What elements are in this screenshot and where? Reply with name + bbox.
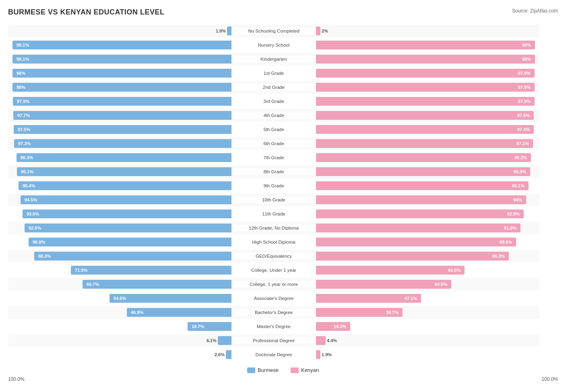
footer-right: 100.0% — [541, 376, 558, 382]
table-row: 19.7%15.3%Master's Degree — [8, 320, 539, 333]
bar-label: 11th Grade — [233, 211, 314, 217]
bar-label: 4th Grade — [233, 112, 314, 119]
chart-source: Source: ZipAtlas.com — [512, 8, 558, 14]
burmese-bar: 97.5% — [14, 125, 231, 134]
burmese-bar: 97.9% — [13, 97, 231, 106]
kenyan-bar: 4.4% — [316, 336, 326, 345]
table-row: 2.6%1.9%Doctorate Degree — [8, 348, 539, 361]
burmese-bar: 98% — [12, 69, 231, 78]
bar-label: 2nd Grade — [233, 84, 314, 90]
kenyan-value: 89.6% — [500, 240, 514, 244]
table-row: 66.7%60.5%College, 1 year or more — [8, 278, 539, 291]
table-row: 98.1%98%Kindergarten — [8, 53, 539, 66]
kenyan-bar: 1.9% — [316, 350, 320, 359]
bar-label: 8th Grade — [233, 168, 314, 175]
kenyan-value: 66.5% — [448, 268, 463, 273]
kenyan-value-outside: 4.4% — [327, 338, 337, 343]
bar-label: College, Under 1 year — [233, 267, 314, 273]
burmese-bar: 2.6% — [226, 350, 231, 359]
table-row: 71.9%66.5%College, Under 1 year — [8, 264, 539, 277]
bar-label: 7th Grade — [233, 154, 314, 161]
kenyan-value: 60.5% — [435, 282, 449, 287]
table-row: 96.3%96.2%7th Grade — [8, 151, 539, 164]
kenyan-bar: 97.4% — [316, 125, 534, 134]
table-row: 98%97.9%2nd Grade — [8, 81, 539, 94]
burmese-value: 54.6% — [112, 296, 126, 301]
kenyan-value: 94% — [513, 197, 524, 202]
bar-label: 1st Grade — [233, 70, 314, 76]
bar-label: 6th Grade — [233, 140, 314, 147]
burmese-bar: 19.7% — [188, 322, 231, 331]
burmese-bar: 94.5% — [21, 195, 231, 204]
kenyan-value: 97.1% — [516, 141, 531, 146]
burmese-value: 98.1% — [14, 57, 29, 62]
burmese-bar: 96.1% — [17, 167, 231, 176]
table-row: 6.1%4.4%Professional Degree — [8, 334, 539, 347]
table-row: 93.6%92.9%11th Grade — [8, 207, 539, 220]
kenyan-value: 92.9% — [507, 211, 522, 216]
table-row: 46.9%38.7%Bachelor's Degree — [8, 306, 539, 319]
kenyan-bar: 96.2% — [316, 153, 531, 162]
kenyan-bar: 60.5% — [316, 280, 451, 289]
burmese-bar: 98.1% — [12, 55, 231, 64]
burmese-bar: 46.9% — [127, 308, 231, 317]
burmese-value: 98.1% — [14, 43, 29, 47]
kenyan-value: 95.1% — [512, 183, 527, 188]
burmese-value: 97.5% — [16, 127, 30, 132]
kenyan-value: 97.9% — [518, 71, 533, 76]
burmese-bar: 93.6% — [23, 209, 231, 218]
burmese-value: 88.3% — [36, 254, 51, 259]
kenyan-bar: 98% — [316, 41, 535, 49]
burmese-value: 19.7% — [190, 324, 204, 329]
table-row: 96.1%95.9%8th Grade — [8, 165, 539, 178]
chart-container: BURMESE VS KENYAN EDUCATION LEVEL Source… — [8, 8, 558, 382]
burmese-bar: 97.7% — [13, 111, 231, 120]
bar-label: 10th Grade — [233, 197, 314, 203]
legend-kenyan: Kenyan — [291, 367, 319, 373]
kenyan-bar: 86.3% — [316, 252, 509, 261]
bar-label: 3rd Grade — [233, 98, 314, 105]
burmese-value: 98% — [14, 71, 25, 76]
burmese-bar: 97.3% — [14, 139, 231, 148]
kenyan-value: 86.3% — [492, 254, 507, 259]
bar-label: Nursery School — [233, 42, 314, 48]
burmese-value: 95.4% — [21, 183, 35, 188]
kenyan-bar: 38.7% — [316, 308, 403, 317]
table-row: 88.3%86.3%GED/Equivalency — [8, 250, 539, 263]
burmese-value: 71.9% — [73, 268, 87, 273]
kenyan-value-outside: 2% — [322, 29, 328, 33]
burmese-bar: 92.6% — [25, 224, 231, 232]
kenyan-bar: 97.9% — [316, 69, 535, 78]
burmese-bar: 54.6% — [109, 294, 231, 303]
bar-label: Professional Degree — [233, 337, 314, 344]
burmese-value-outside: 1.9% — [216, 29, 226, 33]
burmese-value: 90.8% — [31, 240, 45, 244]
burmese-label: Burmese — [258, 367, 279, 373]
burmese-bar: 96.3% — [17, 153, 231, 162]
table-row: 95.4%95.1%9th Grade — [8, 179, 539, 192]
bar-label: College, 1 year or more — [233, 281, 314, 287]
kenyan-value: 98% — [522, 43, 533, 47]
table-row: 97.7%97.5%4th Grade — [8, 109, 539, 122]
kenyan-value: 97.9% — [518, 85, 533, 90]
kenyan-value: 15.3% — [334, 324, 348, 329]
kenyan-bar: 95.1% — [316, 181, 529, 190]
kenyan-value: 91.5% — [504, 226, 518, 230]
bar-label: GED/Equivalency — [233, 253, 314, 259]
burmese-value: 94.5% — [23, 197, 37, 202]
kenyan-value: 38.7% — [386, 310, 401, 315]
burmese-value: 93.6% — [25, 211, 39, 216]
table-row: 94.5%94%10th Grade — [8, 193, 539, 206]
burmese-bar: 98.1% — [12, 41, 231, 49]
burmese-value: 96.1% — [19, 169, 33, 174]
kenyan-bar: 98% — [316, 55, 535, 64]
kenyan-value: 96.2% — [514, 155, 529, 160]
bar-label: Master's Degree — [233, 323, 314, 330]
burmese-bar: 6.1% — [218, 336, 231, 345]
burmese-value: 92.6% — [27, 226, 41, 230]
table-row: 92.6%91.5%12th Grade, No Diploma — [8, 222, 539, 234]
table-row: 1.9%2%No Schooling Completed — [8, 25, 539, 37]
kenyan-bar: 15.3% — [316, 322, 350, 331]
table-row: 97.3%97.1%6th Grade — [8, 137, 539, 150]
bar-label: High School Diploma — [233, 239, 314, 245]
